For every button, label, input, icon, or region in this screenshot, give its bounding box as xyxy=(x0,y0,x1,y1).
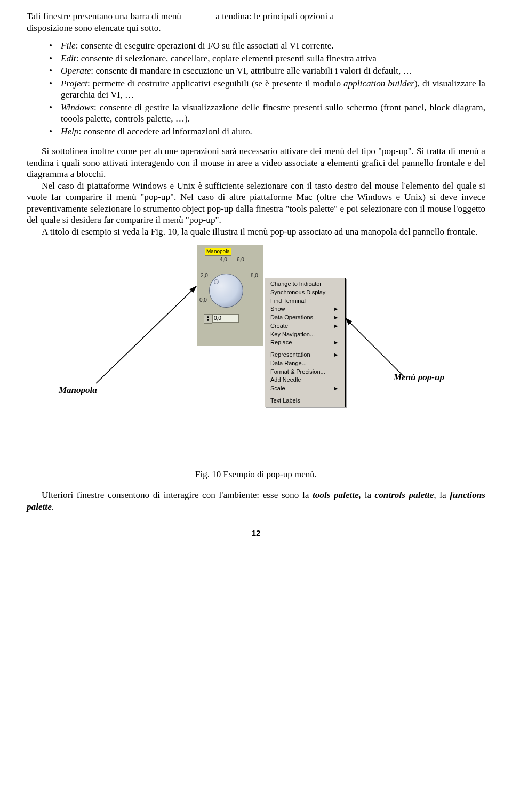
popup-item-text-labels[interactable]: Text Labels xyxy=(265,397,345,405)
intro-b: a tendina: le principali opzioni a xyxy=(215,11,334,21)
popup-item-show[interactable]: Show▶ xyxy=(265,305,345,313)
svg-line-0 xyxy=(96,286,196,383)
submenu-arrow-icon: ▶ xyxy=(334,315,338,320)
term: Project xyxy=(61,78,87,89)
rest: : consente di eseguire operazioni di I/O… xyxy=(76,41,334,51)
rest: : permette di costruire applicativi eseg… xyxy=(87,78,343,89)
popup-item-replace[interactable]: Replace▶ xyxy=(265,339,345,347)
rest: : consente di mandare in esecuzione un V… xyxy=(91,66,412,76)
menu-bullets: File: consente di eseguire operazioni di… xyxy=(27,40,485,137)
term: File xyxy=(61,41,76,51)
rest: : consente di gestire la visualizzazione… xyxy=(61,102,485,124)
knob-dial[interactable] xyxy=(209,274,243,308)
bullet-windows: Windows: consente di gestire la visualiz… xyxy=(49,102,485,125)
arrow-to-popup-icon xyxy=(341,314,432,383)
arrow-to-knob-icon xyxy=(80,277,203,389)
paragraph-3: Nel caso di piattaforme Windows e Unix è… xyxy=(27,180,485,226)
submenu-arrow-icon: ▶ xyxy=(334,324,338,329)
bullet-project: Project: permette di costruire applicati… xyxy=(49,78,485,101)
popup-item-key-navigation[interactable]: Key Navigation... xyxy=(265,331,345,339)
popup-item-create[interactable]: Create▶ xyxy=(265,322,345,331)
submenu-arrow-icon: ▶ xyxy=(334,307,338,312)
term: Help xyxy=(61,126,78,136)
popup-item-add-needle[interactable]: Add Needle xyxy=(265,376,345,384)
knob-value-field[interactable]: 0,0 xyxy=(212,314,239,323)
intro-paragraph: Tali finestre presentano una barra di me… xyxy=(27,11,485,34)
popup-separator xyxy=(266,395,344,395)
popup-item-data-range[interactable]: Data Range... xyxy=(265,359,345,368)
paragraph-5: Ulteriori finestre consentono di interag… xyxy=(27,489,485,512)
paragraph-4: A titolo di esempio si veda la Fig. 10, … xyxy=(27,226,485,238)
knob-caption-label: Manopola xyxy=(205,248,231,256)
page: Tali finestre presentano una barra di me… xyxy=(0,0,512,560)
popup-item-find-terminal[interactable]: Find Terminal xyxy=(265,297,345,305)
term: Edit xyxy=(61,53,76,63)
tick-4: 4,0 xyxy=(220,256,227,263)
submenu-arrow-icon: ▶ xyxy=(334,386,338,391)
rest: : consente di accedere ad informazioni d… xyxy=(78,126,252,136)
bullet-edit: Edit: consente di selezionare, cancellar… xyxy=(49,53,485,65)
popup-menu: Change to Indicator Synchronous Display … xyxy=(265,278,346,407)
popup-item-scale[interactable]: Scale▶ xyxy=(265,384,345,393)
popup-separator xyxy=(266,349,344,349)
rest: : consente di selezionare, cancellare, c… xyxy=(76,53,377,63)
figure-caption: Fig. 10 Esempio di pop-up menù. xyxy=(27,469,485,480)
popup-item-data-operations[interactable]: Data Operations▶ xyxy=(265,313,345,322)
numeric-spinner[interactable]: ▲▼ xyxy=(204,314,212,324)
popup-item-representation[interactable]: Representation▶ xyxy=(265,351,345,359)
figure-10: Manopola 4,0 6,0 2,0 8,0 0,0 ▲▼ 0,0 Chan… xyxy=(27,245,485,463)
term: Operate xyxy=(61,66,91,76)
front-panel-snippet: Manopola 4,0 6,0 2,0 8,0 0,0 ▲▼ 0,0 xyxy=(197,245,263,346)
bullet-operate: Operate: consente di mandare in esecuzio… xyxy=(49,65,485,77)
bullet-help: Help: consente di accedere ad informazio… xyxy=(49,126,485,138)
popup-item-format-precision[interactable]: Format & Precision... xyxy=(265,368,345,376)
popup-item-change-to-indicator[interactable]: Change to Indicator xyxy=(265,280,345,288)
bullet-file: File: consente di eseguire operazioni di… xyxy=(49,40,485,52)
tick-6: 6,0 xyxy=(237,256,244,263)
intro-line2: disposizione sono elencate qui sotto. xyxy=(27,23,161,33)
term: Windows xyxy=(61,102,94,112)
submenu-arrow-icon: ▶ xyxy=(334,340,338,345)
popup-item-synchronous-display[interactable]: Synchronous Display xyxy=(265,288,345,297)
tick-8: 8,0 xyxy=(251,272,258,279)
page-number: 12 xyxy=(27,528,485,538)
submenu-arrow-icon: ▶ xyxy=(334,352,338,358)
it2: application builder xyxy=(343,78,414,89)
paragraph-2: Si sottolinea inoltre come per alcune op… xyxy=(27,146,485,180)
svg-line-1 xyxy=(346,318,404,377)
intro-a: Tali finestre presentano una barra di me… xyxy=(27,11,183,21)
